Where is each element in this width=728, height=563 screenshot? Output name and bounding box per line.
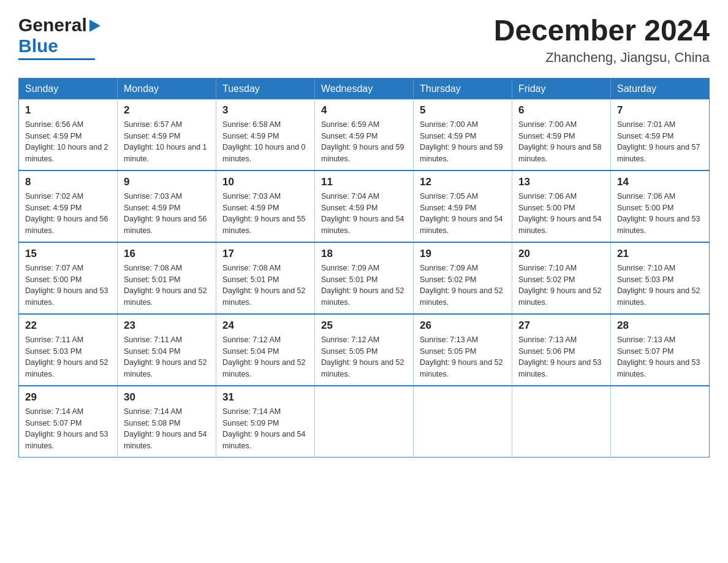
- table-row: 22Sunrise: 7:11 AMSunset: 5:03 PMDayligh…: [19, 314, 118, 386]
- day-number: 30: [124, 391, 210, 404]
- table-row: 30Sunrise: 7:14 AMSunset: 5:08 PMDayligh…: [118, 386, 216, 458]
- table-row: 19Sunrise: 7:09 AMSunset: 5:02 PMDayligh…: [414, 242, 512, 314]
- month-year-title: December 2024: [494, 15, 710, 47]
- day-info: Sunrise: 7:14 AMSunset: 5:07 PMDaylight:…: [25, 406, 111, 452]
- day-info: Sunrise: 7:12 AMSunset: 5:05 PMDaylight:…: [321, 334, 407, 380]
- table-row: 16Sunrise: 7:08 AMSunset: 5:01 PMDayligh…: [118, 242, 216, 314]
- table-row: 24Sunrise: 7:12 AMSunset: 5:04 PMDayligh…: [216, 314, 315, 386]
- day-info: Sunrise: 6:57 AMSunset: 4:59 PMDaylight:…: [124, 119, 210, 165]
- calendar-table: Sunday Monday Tuesday Wednesday Thursday…: [18, 78, 710, 458]
- table-row: 15Sunrise: 7:07 AMSunset: 5:00 PMDayligh…: [19, 242, 118, 314]
- logo-underline: [18, 58, 95, 60]
- day-number: 28: [617, 320, 703, 332]
- day-info: Sunrise: 7:00 AMSunset: 4:59 PMDaylight:…: [518, 119, 604, 165]
- table-row: 12Sunrise: 7:05 AMSunset: 4:59 PMDayligh…: [414, 170, 512, 242]
- day-info: Sunrise: 7:09 AMSunset: 5:02 PMDaylight:…: [420, 262, 506, 308]
- header-friday: Friday: [512, 78, 611, 99]
- logo-triangle-icon: [89, 20, 100, 34]
- calendar-week-row: 15Sunrise: 7:07 AMSunset: 5:00 PMDayligh…: [19, 242, 710, 314]
- day-number: 23: [124, 320, 210, 332]
- calendar-week-row: 29Sunrise: 7:14 AMSunset: 5:07 PMDayligh…: [19, 386, 710, 458]
- table-row: 5Sunrise: 7:00 AMSunset: 4:59 PMDaylight…: [414, 99, 512, 170]
- table-row: 23Sunrise: 7:11 AMSunset: 5:04 PMDayligh…: [118, 314, 216, 386]
- header-sunday: Sunday: [19, 78, 118, 99]
- logo-blue-text: Blue: [18, 36, 58, 56]
- day-number: 25: [321, 320, 407, 332]
- table-row: 8Sunrise: 7:02 AMSunset: 4:59 PMDaylight…: [19, 170, 118, 242]
- day-number: 16: [124, 248, 210, 260]
- day-info: Sunrise: 7:03 AMSunset: 4:59 PMDaylight:…: [222, 191, 308, 237]
- day-number: 31: [222, 391, 308, 404]
- day-number: 29: [25, 391, 111, 404]
- table-row: 28Sunrise: 7:13 AMSunset: 5:07 PMDayligh…: [611, 314, 710, 386]
- day-info: Sunrise: 7:13 AMSunset: 5:07 PMDaylight:…: [617, 334, 703, 380]
- table-row: [512, 386, 611, 458]
- table-row: 31Sunrise: 7:14 AMSunset: 5:09 PMDayligh…: [216, 386, 315, 458]
- day-info: Sunrise: 6:59 AMSunset: 4:59 PMDaylight:…: [321, 119, 407, 165]
- header-saturday: Saturday: [611, 78, 710, 99]
- header-thursday: Thursday: [414, 78, 512, 99]
- day-info: Sunrise: 7:05 AMSunset: 4:59 PMDaylight:…: [420, 191, 506, 237]
- day-info: Sunrise: 7:13 AMSunset: 5:06 PMDaylight:…: [518, 334, 604, 380]
- page-header: General Blue December 2024 Zhancheng, Ji…: [18, 15, 710, 66]
- day-info: Sunrise: 7:00 AMSunset: 4:59 PMDaylight:…: [420, 119, 506, 165]
- day-info: Sunrise: 7:03 AMSunset: 4:59 PMDaylight:…: [124, 191, 210, 237]
- day-info: Sunrise: 6:58 AMSunset: 4:59 PMDaylight:…: [222, 119, 308, 165]
- day-info: Sunrise: 7:11 AMSunset: 5:04 PMDaylight:…: [124, 334, 210, 380]
- table-row: 17Sunrise: 7:08 AMSunset: 5:01 PMDayligh…: [216, 242, 315, 314]
- day-info: Sunrise: 7:06 AMSunset: 5:00 PMDaylight:…: [617, 191, 703, 237]
- day-number: 6: [518, 104, 604, 117]
- table-row: 7Sunrise: 7:01 AMSunset: 4:59 PMDaylight…: [611, 99, 710, 170]
- table-row: [414, 386, 512, 458]
- day-info: Sunrise: 7:10 AMSunset: 5:02 PMDaylight:…: [518, 262, 604, 308]
- day-number: 20: [518, 248, 604, 260]
- table-row: 18Sunrise: 7:09 AMSunset: 5:01 PMDayligh…: [315, 242, 414, 314]
- day-number: 9: [124, 176, 210, 188]
- header-wednesday: Wednesday: [315, 78, 414, 99]
- day-number: 21: [617, 248, 703, 260]
- table-row: [611, 386, 710, 458]
- day-info: Sunrise: 7:10 AMSunset: 5:03 PMDaylight:…: [617, 262, 703, 308]
- table-row: 11Sunrise: 7:04 AMSunset: 4:59 PMDayligh…: [315, 170, 414, 242]
- table-row: [315, 386, 414, 458]
- calendar-header-row: Sunday Monday Tuesday Wednesday Thursday…: [19, 78, 710, 99]
- table-row: 3Sunrise: 6:58 AMSunset: 4:59 PMDaylight…: [216, 99, 315, 170]
- day-number: 24: [222, 320, 308, 332]
- table-row: 13Sunrise: 7:06 AMSunset: 5:00 PMDayligh…: [512, 170, 611, 242]
- calendar-week-row: 8Sunrise: 7:02 AMSunset: 4:59 PMDaylight…: [19, 170, 710, 242]
- day-number: 14: [617, 176, 703, 188]
- day-info: Sunrise: 7:02 AMSunset: 4:59 PMDaylight:…: [25, 191, 111, 237]
- day-number: 26: [420, 320, 506, 332]
- day-info: Sunrise: 7:11 AMSunset: 5:03 PMDaylight:…: [25, 334, 111, 380]
- table-row: 14Sunrise: 7:06 AMSunset: 5:00 PMDayligh…: [611, 170, 710, 242]
- day-info: Sunrise: 7:14 AMSunset: 5:08 PMDaylight:…: [124, 406, 210, 452]
- day-info: Sunrise: 7:08 AMSunset: 5:01 PMDaylight:…: [124, 262, 210, 308]
- day-info: Sunrise: 7:12 AMSunset: 5:04 PMDaylight:…: [222, 334, 308, 380]
- calendar-week-row: 22Sunrise: 7:11 AMSunset: 5:03 PMDayligh…: [19, 314, 710, 386]
- day-info: Sunrise: 7:09 AMSunset: 5:01 PMDaylight:…: [321, 262, 407, 308]
- table-row: 4Sunrise: 6:59 AMSunset: 4:59 PMDaylight…: [315, 99, 414, 170]
- day-number: 10: [222, 176, 308, 188]
- day-number: 15: [25, 248, 111, 260]
- table-row: 9Sunrise: 7:03 AMSunset: 4:59 PMDaylight…: [118, 170, 216, 242]
- calendar-title: December 2024 Zhancheng, Jiangsu, China: [494, 15, 710, 66]
- day-number: 17: [222, 248, 308, 260]
- table-row: 6Sunrise: 7:00 AMSunset: 4:59 PMDaylight…: [512, 99, 611, 170]
- day-info: Sunrise: 7:08 AMSunset: 5:01 PMDaylight:…: [222, 262, 308, 308]
- day-info: Sunrise: 7:14 AMSunset: 5:09 PMDaylight:…: [222, 406, 308, 452]
- header-tuesday: Tuesday: [216, 78, 315, 99]
- day-number: 19: [420, 248, 506, 260]
- logo: General Blue: [18, 15, 100, 60]
- day-number: 4: [321, 104, 407, 117]
- table-row: 20Sunrise: 7:10 AMSunset: 5:02 PMDayligh…: [512, 242, 611, 314]
- table-row: 25Sunrise: 7:12 AMSunset: 5:05 PMDayligh…: [315, 314, 414, 386]
- day-number: 22: [25, 320, 111, 332]
- svg-marker-0: [89, 20, 100, 32]
- day-number: 2: [124, 104, 210, 117]
- table-row: 21Sunrise: 7:10 AMSunset: 5:03 PMDayligh…: [611, 242, 710, 314]
- logo-general-text: General: [18, 15, 87, 36]
- table-row: 1Sunrise: 6:56 AMSunset: 4:59 PMDaylight…: [19, 99, 118, 170]
- day-info: Sunrise: 6:56 AMSunset: 4:59 PMDaylight:…: [25, 119, 111, 165]
- day-number: 1: [25, 104, 111, 117]
- table-row: 26Sunrise: 7:13 AMSunset: 5:05 PMDayligh…: [414, 314, 512, 386]
